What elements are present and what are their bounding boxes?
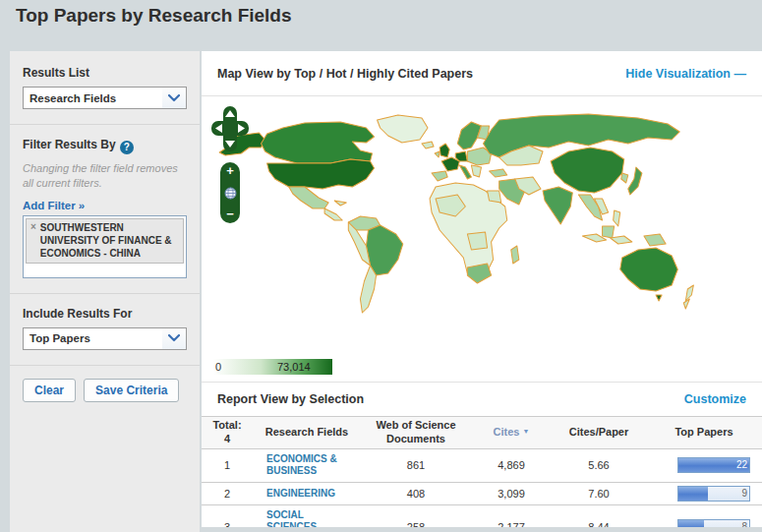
research-field-link[interactable]: SOCIAL SCIENCES, GENERAL	[266, 509, 347, 528]
research-field-link[interactable]: ECONOMICS & BUSINESS	[266, 453, 347, 478]
help-icon[interactable]: ?	[120, 141, 134, 154]
chevron-down-icon	[162, 88, 186, 108]
save-criteria-button[interactable]: Save Criteria	[84, 379, 179, 402]
page-title: Top Papers by Research Fields	[16, 5, 762, 27]
wos-docs-value: 861	[361, 459, 471, 471]
zoom-control[interactable]: + −	[220, 162, 240, 223]
results-list-dropdown[interactable]: Research Fields	[23, 87, 187, 109]
results-list-label: Results List	[23, 66, 187, 80]
hide-visualization-text: Hide Visualization	[625, 67, 731, 81]
table-row: 1 ECONOMICS & BUSINESS 861 4,869 5.66 22	[202, 449, 762, 483]
chevron-down-icon	[162, 328, 186, 349]
cites-per-paper-value: 7.60	[552, 488, 646, 500]
cites-value: 3,099	[471, 488, 552, 500]
table-row: 3 SOCIAL SCIENCES, GENERAL 258 2,177 8.4…	[202, 505, 762, 528]
include-results-value: Top Papers	[24, 332, 162, 344]
row-rank: 3	[202, 521, 253, 527]
report-view-title: Report View by Selection	[217, 392, 364, 406]
active-filters-box[interactable]: × SOUTHWESTERN UNIVERSITY OF FINANCE & E…	[23, 215, 187, 278]
zoom-out-icon[interactable]: −	[226, 208, 234, 220]
include-results-label: Include Results For	[23, 307, 187, 321]
wos-docs-value: 408	[361, 488, 471, 500]
include-results-dropdown[interactable]: Top Papers	[23, 327, 187, 350]
cites-per-paper-value: 5.66	[552, 459, 646, 471]
top-papers-value: 9	[741, 488, 747, 499]
results-list-value: Research Fields	[24, 92, 162, 104]
legend-min-value: 0	[215, 361, 221, 373]
map-controls: + −	[211, 106, 251, 223]
sidebar-buttons: Clear Save Criteria	[23, 379, 187, 402]
filter-results-by-text: Filter Results By	[23, 138, 116, 151]
sort-desc-icon: ▼	[523, 428, 530, 435]
bar-fill	[678, 520, 704, 527]
globe-icon[interactable]	[224, 187, 237, 200]
customize-link[interactable]: Customize	[684, 392, 746, 406]
top-papers-value: 8	[741, 521, 747, 527]
sidebar-divider	[10, 293, 200, 294]
col-research-fields: Research Fields	[253, 424, 361, 442]
col-cites-sortable[interactable]: Cites ▼	[471, 424, 552, 442]
legend-max-value: 73,014	[277, 361, 311, 373]
world-map-area[interactable]: + −	[202, 96, 762, 348]
cites-value: 4,869	[471, 459, 552, 471]
table-header-row: Total: 4 Research Fields Web of Science …	[202, 416, 762, 449]
country-regions[interactable]	[219, 114, 693, 313]
sidebar: Results List Research Fields Filter Resu…	[10, 51, 200, 532]
col-wos-documents: Web of Science Documents	[361, 417, 471, 448]
bar-fill	[678, 487, 708, 501]
research-field-link[interactable]: ENGINEERING	[266, 488, 335, 501]
total-value: 4	[224, 433, 230, 444]
top-papers-bar: 22	[677, 457, 750, 473]
top-papers-value: 22	[736, 459, 747, 470]
report-table: Total: 4 Research Fields Web of Science …	[202, 416, 762, 527]
top-papers-bar: 9	[677, 486, 750, 502]
cites-value: 2,177	[471, 521, 552, 527]
col-cites-label: Cites	[494, 426, 520, 438]
remove-filter-icon[interactable]: ×	[30, 221, 36, 260]
add-filter-link[interactable]: Add Filter »	[23, 200, 85, 211]
row-rank: 2	[202, 488, 253, 500]
sidebar-divider	[10, 365, 200, 366]
filter-results-by-label: Filter Results By?	[23, 138, 187, 154]
pan-control[interactable]	[211, 106, 249, 151]
clear-button[interactable]: Clear	[23, 379, 76, 402]
col-top-papers: Top Papers	[646, 424, 762, 442]
col-cites-per-paper: Cites/Paper	[552, 424, 646, 442]
filter-chip-label: SOUTHWESTERN UNIVERSITY OF FINANCE & ECO…	[40, 221, 179, 260]
top-papers-bar: 8	[677, 519, 750, 527]
row-rank: 1	[202, 459, 253, 471]
map-view-title: Map View by Top / Hot / Highly Cited Pap…	[217, 67, 473, 81]
hide-visualization-link[interactable]: Hide Visualization —	[625, 67, 746, 81]
map-section-header: Map View by Top / Hot / Highly Cited Pap…	[202, 51, 762, 95]
total-label: Total:	[212, 419, 241, 431]
cites-per-paper-value: 8.44	[552, 521, 646, 527]
sidebar-divider	[10, 124, 200, 125]
world-choropleth-map[interactable]	[202, 96, 762, 348]
collapse-icon: —	[734, 67, 747, 81]
map-legend: 0 73,014	[209, 354, 762, 382]
filter-chip[interactable]: × SOUTHWESTERN UNIVERSITY OF FINANCE & E…	[26, 218, 184, 264]
zoom-in-icon[interactable]: +	[226, 165, 234, 177]
total-header: Total: 4	[202, 417, 253, 448]
page-header: Top Papers by Research Fields	[0, 0, 762, 51]
filter-note: Changing the filter field removes all cu…	[23, 161, 187, 191]
report-section-header: Report View by Selection Customize	[202, 383, 762, 416]
legend-gradient-bar	[213, 359, 332, 375]
table-row: 2 ENGINEERING 408 3,099 7.60 9	[202, 483, 762, 505]
main-panel: Map View by Top / Hot / Highly Cited Pap…	[202, 51, 762, 527]
wos-docs-value: 258	[361, 521, 471, 527]
